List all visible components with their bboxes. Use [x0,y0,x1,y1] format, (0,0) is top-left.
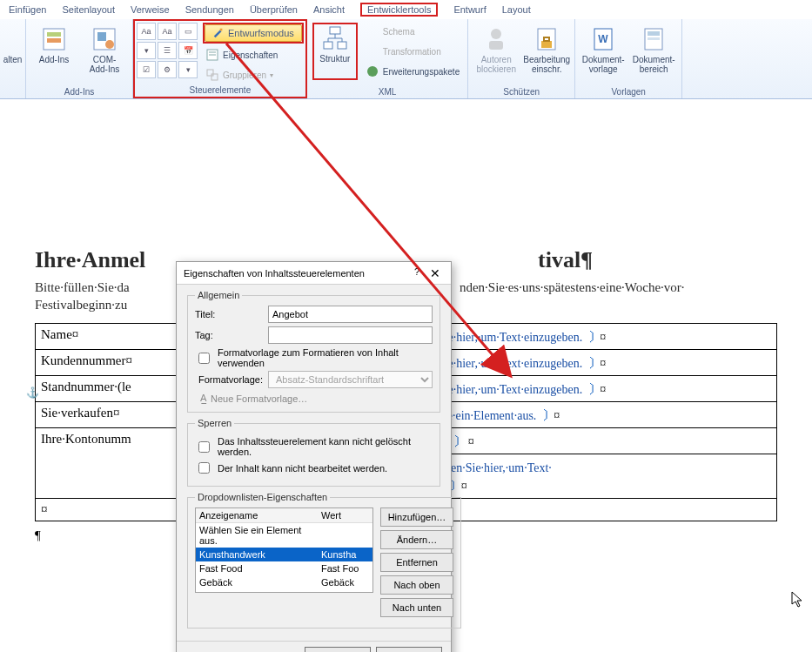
checkbox-no-edit[interactable] [198,462,210,474]
group-vorlagen-label: Vorlagen [611,87,645,97]
label-titel: Titel: [195,309,263,319]
svg-point-16 [491,29,501,39]
svg-rect-6 [220,29,223,31]
group-steuer-label: Steuerelemente [190,85,252,95]
dialog-title: Eigenschaften von Inhaltssteuerelementen [184,268,365,279]
btn-aendern[interactable]: Ändern… [380,530,453,549]
ctrl-combo-icon[interactable]: ▾ [137,42,156,59]
ctrl-dropdown-icon[interactable]: ☰ [158,42,177,59]
btn-hinzufuegen[interactable]: Hinzufügen… [380,507,453,527]
label-tag: Tag: [195,330,263,340]
tab-seitenlayout[interactable]: Seitenlayout [62,4,115,15]
controls-gallery[interactable]: Aa Aa ▭ ▾ ☰ 📅 ☑ ⚙ ▾ [137,23,198,78]
btn-gruppieren[interactable]: Gruppieren ▾ [203,66,304,84]
list-item[interactable]: Fast FoodFast Foo [196,561,372,575]
svg-rect-10 [207,70,213,76]
group-steuerelemente: Aa Aa ▭ ▾ ☰ 📅 ☑ ⚙ ▾ Entwurfsmodus [133,19,307,98]
svg-rect-13 [324,42,332,49]
list-item[interactable]: WaffenWaffen [196,589,372,593]
btn-com-addins[interactable]: COM- Add-Ins [82,23,127,80]
ctrl-plaintext-icon[interactable]: Aa [158,23,177,40]
btn-ok[interactable]: OK [305,647,371,652]
svg-rect-4 [97,32,106,41]
svg-point-15 [367,66,378,77]
btn-nach-unten[interactable]: Nach unten [380,598,453,617]
tab-sendungen[interactable]: Sendungen [185,4,234,15]
ctrl-more-icon[interactable]: ▾ [178,61,198,78]
style-icon: A̲ [200,393,207,404]
list-item[interactable]: KunsthandwerkKunstha [196,548,372,561]
ribbon: alten Add-Ins COM- Add-Ins Add-Ins Aa Aa… [0,19,812,99]
btn-entfernen[interactable]: Entfernen [380,553,453,572]
label-formatvorlage: Formatvorlage: [195,374,263,385]
checkbox-no-delete[interactable] [198,441,210,453]
input-tag[interactable] [268,326,433,344]
btn-bearbeitung-einschr[interactable]: Bearbeitung einschr. [524,23,569,80]
ctrl-date-icon[interactable]: 📅 [178,42,198,59]
btn-abbrechen[interactable]: Abbrechen [376,647,442,652]
btn-neue-formatvorlage: A̲ Neue Formatvorlage… [195,392,312,405]
group-xml: Struktur Schema Transformation Erweiteru… [307,19,468,98]
group-schuetzen: Autoren blockieren Bearbeitung einschr. … [468,19,575,98]
btn-struktur[interactable]: Struktur [312,23,358,80]
group-sperren: Sperren Das Inhaltssteuerelement kann ni… [187,418,440,487]
group-vorlagen: W Dokument- vorlage Dokument- bereich Vo… [575,19,682,98]
ctrl-legacy-icon[interactable]: ⚙ [158,61,177,78]
mouse-cursor-icon [791,591,805,613]
svg-rect-1 [47,32,61,37]
group-addins-label: Add-Ins [64,87,94,97]
ctrl-picture-icon[interactable]: ▭ [178,23,198,40]
tab-entwicklertools[interactable]: Entwicklertools [360,3,438,17]
btn-autoren-blockieren[interactable]: Autoren blockieren [473,23,519,80]
group-schuetzen-label: Schützen [503,87,540,97]
tab-einfuegen[interactable]: Einfügen [9,4,46,15]
btn-erweiterungspakete[interactable]: Erweiterungspakete [363,63,462,80]
content-control-properties-dialog: Eigenschaften von Inhaltssteuerelementen… [176,261,452,652]
input-titel[interactable] [268,306,433,323]
svg-rect-2 [47,38,61,43]
svg-rect-17 [489,41,503,50]
dropdown-items-list[interactable]: Anzeigename Wert Wählen Sie ein Element … [195,507,373,593]
btn-eigenschaften[interactable]: Eigenschaften [203,46,304,64]
btn-dokumentvorlage[interactable]: W Dokument- vorlage [580,23,626,80]
anchor-icon: ⚓ [26,386,39,400]
select-formatvorlage: Absatz-Standardschriftart [268,371,433,388]
svg-rect-11 [211,74,218,80]
svg-point-5 [105,40,114,49]
ctrl-richtext-icon[interactable]: Aa [137,23,156,40]
tab-layout[interactable]: Layout [502,4,531,15]
group-dropdown: Dropdownlisten-Eigenschaften Anzeigename… [187,492,461,628]
tab-ueberpruefen[interactable]: Überprüfen [250,4,298,15]
btn-transformation[interactable]: Transformation [363,43,462,60]
svg-rect-14 [338,42,346,49]
ribbon-tabs: Einfügen Seitenlayout Verweise Sendungen… [0,0,812,19]
btn-dokumentbereich[interactable]: Dokument- bereich [631,23,676,80]
list-item[interactable]: Wählen Sie ein Element aus. [196,523,372,548]
btn-addins[interactable]: Add-Ins [31,23,77,80]
help-icon[interactable]: ? [414,266,419,280]
tab-verweise[interactable]: Verweise [131,4,170,15]
ctrl-checkbox-icon[interactable]: ☑ [137,61,156,78]
svg-text:W: W [599,33,609,45]
list-item[interactable]: GebäckGebäck [196,575,372,589]
cc-close-icon: ⟯ [589,327,597,345]
group-xml-label: XML [379,87,397,97]
btn-nach-oben[interactable]: Nach oben [380,575,453,595]
btn-schema[interactable]: Schema [363,23,462,40]
group-allgemein: Allgemein Titel: Tag: Formatvorlage zum … [187,290,440,413]
svg-rect-19 [541,41,552,48]
tab-entwurf[interactable]: Entwurf [453,4,486,15]
btn-entwurfsmodus[interactable]: Entwurfsmodus [205,24,302,42]
checkbox-formatvorlage[interactable] [198,353,210,364]
group-addins: Add-Ins COM- Add-Ins Add-Ins [26,19,133,98]
svg-rect-24 [648,31,660,36]
close-icon[interactable]: ✕ [426,266,444,280]
svg-rect-12 [330,27,340,34]
svg-rect-25 [648,37,660,40]
tab-ansicht[interactable]: Ansicht [313,4,345,15]
